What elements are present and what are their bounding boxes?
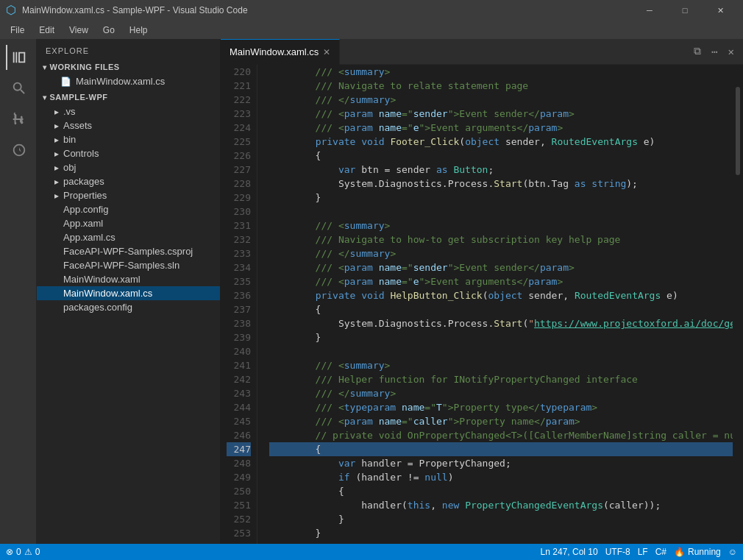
code-line-234: /// <param name="sender">Event sender</p… xyxy=(269,260,733,274)
status-right: Ln 247, Col 10 UTF-8 LF C# 🔥 Running ☺ xyxy=(541,547,737,557)
close-editor-button[interactable]: ✕ xyxy=(725,44,737,60)
chevron-right-icon: ▸ xyxy=(54,107,59,117)
editor-area: MainWindow.xaml.cs ✕ ⧉ ⋯ ✕ 220 221 222 2… xyxy=(221,39,743,544)
code-line-246: // private void OnPropertyChanged<T>([Ca… xyxy=(269,428,733,442)
scrollbar-thumb[interactable] xyxy=(736,87,740,175)
activity-git[interactable] xyxy=(6,107,31,132)
code-line-250: { xyxy=(269,484,733,498)
code-line-237: { xyxy=(269,302,733,316)
working-files-header[interactable]: ▾ WORKING FILES xyxy=(37,60,220,74)
folder-vs[interactable]: ▸ .vs xyxy=(37,104,220,118)
menu-view[interactable]: View xyxy=(62,24,96,37)
folder-packages[interactable]: ▸ packages xyxy=(37,174,220,188)
activity-debug[interactable] xyxy=(6,138,31,163)
file-csproj[interactable]: FaceAPI-WPF-Samples.csproj xyxy=(37,244,220,258)
working-file-mainwindow[interactable]: 📄 MainWindow.xaml.cs xyxy=(37,74,220,88)
vertical-scrollbar[interactable] xyxy=(733,65,743,544)
code-line-229: } xyxy=(269,191,733,205)
sample-wpf-section: ▾ SAMPLE-WPF ▸ .vs ▸ Assets ▸ bin ▸ xyxy=(37,90,220,314)
tab-label: MainWindow.xaml.cs xyxy=(230,46,319,57)
main-area: EXPLORE ▾ WORKING FILES 📄 MainWindow.xam… xyxy=(0,39,743,544)
code-line-225: private void Footer_Click(object sender,… xyxy=(269,135,733,149)
error-count[interactable]: ⊗ 0 ⚠ 0 xyxy=(6,547,40,557)
code-line-220: /// <summary> xyxy=(269,65,733,79)
minimize-button[interactable]: ─ xyxy=(633,0,666,21)
working-files-section: ▾ WORKING FILES 📄 MainWindow.xaml.cs xyxy=(37,60,220,88)
folder-assets[interactable]: ▸ Assets xyxy=(37,118,220,132)
folder-controls[interactable]: ▸ Controls xyxy=(37,146,220,160)
tab-close-icon[interactable]: ✕ xyxy=(323,47,330,57)
menubar: File Edit View Go Help xyxy=(0,21,743,39)
code-editor[interactable]: /// <summary> /// Navigate to relate sta… xyxy=(257,65,733,544)
maximize-button[interactable]: □ xyxy=(668,0,702,21)
chevron-down-icon: ▾ xyxy=(43,63,47,71)
file-app-config[interactable]: App.config xyxy=(37,202,220,216)
file-packages-config[interactable]: packages.config xyxy=(37,300,220,314)
sample-wpf-header[interactable]: ▾ SAMPLE-WPF xyxy=(37,90,220,104)
code-line-226: { xyxy=(269,149,733,163)
file-app-xaml[interactable]: App.xaml xyxy=(37,216,220,230)
code-line-244: /// <typeparam name="T">Property type</t… xyxy=(269,400,733,414)
menu-help[interactable]: Help xyxy=(122,24,155,37)
smiley-icon[interactable]: ☺ xyxy=(728,547,737,557)
menu-go[interactable]: Go xyxy=(96,24,122,37)
folder-properties[interactable]: ▸ Properties xyxy=(37,188,220,202)
app-icon: ⬡ xyxy=(6,3,16,18)
chevron-down-icon-2: ▾ xyxy=(43,93,47,102)
code-line-227: var btn = sender as Button; xyxy=(269,163,733,177)
titlebar: ⬡ MainWindow.xaml.cs - Sample-WPF - Visu… xyxy=(0,0,743,21)
code-container: 220 221 222 223 224 225 226 227 228 229 … xyxy=(221,65,743,544)
code-line-245: /// <param name="caller">Property name</… xyxy=(269,414,733,428)
sidebar-title: EXPLORE xyxy=(37,39,220,60)
close-button[interactable]: ✕ xyxy=(703,0,737,21)
run-status[interactable]: 🔥 Running xyxy=(674,547,721,557)
code-line-242: /// Helper function for INotifyPropertyC… xyxy=(269,372,733,386)
tab-mainwindow[interactable]: MainWindow.xaml.cs ✕ xyxy=(221,39,340,65)
folder-bin[interactable]: ▸ bin xyxy=(37,132,220,146)
chevron-right-icon: ▸ xyxy=(54,149,59,159)
code-line-236: private void HelpButton_Click(object sen… xyxy=(269,288,733,302)
sidebar: EXPLORE ▾ WORKING FILES 📄 MainWindow.xam… xyxy=(37,39,221,544)
code-line-233: /// </summary> xyxy=(269,247,733,260)
code-line-252: } xyxy=(269,512,733,526)
chevron-right-icon: ▸ xyxy=(54,191,59,201)
code-line-253: } xyxy=(269,526,733,540)
code-line-240 xyxy=(269,344,733,358)
code-line-238: System.Diagnostics.Process.Start("https:… xyxy=(269,316,733,330)
tab-bar: MainWindow.xaml.cs ✕ ⧉ ⋯ ✕ xyxy=(221,39,743,65)
file-icon: 📄 xyxy=(60,77,71,87)
code-line-223: /// <param name="sender">Event sender</p… xyxy=(269,107,733,121)
activity-search[interactable] xyxy=(6,76,31,101)
menu-file[interactable]: File xyxy=(3,24,32,37)
code-line-221: /// Navigate to relate statement page xyxy=(269,79,733,93)
warning-icon: ⚠ xyxy=(24,547,32,557)
code-line-222: /// </summary> xyxy=(269,93,733,107)
code-line-228: System.Diagnostics.Process.Start(btn.Tag… xyxy=(269,177,733,191)
line-ending[interactable]: LF xyxy=(638,547,648,557)
cursor-position[interactable]: Ln 247, Col 10 xyxy=(541,547,598,557)
code-line-249: if (handler != null) xyxy=(269,470,733,484)
chevron-right-icon: ▸ xyxy=(54,121,59,131)
fire-icon: 🔥 xyxy=(674,547,685,557)
chevron-right-icon: ▸ xyxy=(54,135,59,145)
code-line-230 xyxy=(269,205,733,219)
folder-obj[interactable]: ▸ obj xyxy=(37,160,220,174)
activity-explore[interactable] xyxy=(6,45,31,70)
code-line-248: var handler = PropertyChanged; xyxy=(269,456,733,470)
file-tree: ▸ .vs ▸ Assets ▸ bin ▸ Controls ▸ obj xyxy=(37,104,220,314)
code-line-235: /// <param name="e">Event arguments</par… xyxy=(269,274,733,288)
menu-edit[interactable]: Edit xyxy=(32,24,62,37)
encoding[interactable]: UTF-8 xyxy=(605,547,630,557)
chevron-right-icon: ▸ xyxy=(54,163,59,173)
file-app-xaml-cs[interactable]: App.xaml.cs xyxy=(37,230,220,244)
tab-actions: ⧉ ⋯ ✕ xyxy=(691,44,743,60)
window-controls: ─ □ ✕ xyxy=(633,0,737,21)
language-mode[interactable]: C# xyxy=(655,547,666,557)
file-sln[interactable]: FaceAPI-WPF-Samples.sln xyxy=(37,258,220,272)
code-line-251: handler(this, new PropertyChangedEventAr… xyxy=(269,498,733,512)
file-mainwindow-xaml[interactable]: MainWindow.xaml xyxy=(37,272,220,286)
code-line-241: /// <summary> xyxy=(269,358,733,372)
split-editor-button[interactable]: ⧉ xyxy=(691,44,704,59)
file-mainwindow-xaml-cs[interactable]: MainWindow.xaml.cs xyxy=(37,286,220,300)
more-button[interactable]: ⋯ xyxy=(708,44,720,60)
